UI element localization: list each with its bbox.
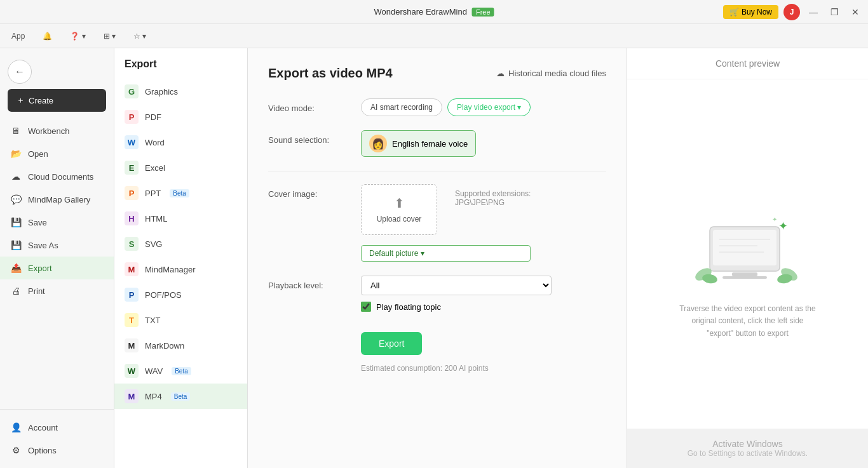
playback-row: Playback level: All Level 1 Level 2 Leve…: [268, 276, 606, 312]
export-item-mp4[interactable]: M MP4 Beta: [114, 384, 247, 409]
svg-rect-2: [732, 272, 757, 276]
sidebar-item-mindmap[interactable]: 💬 MindMap Gallery: [0, 188, 114, 211]
export-item-pdf[interactable]: P PDF: [114, 104, 247, 130]
svg-icon: S: [125, 237, 139, 251]
svg-text:✦: ✦: [778, 220, 788, 232]
floating-topic-row: Play floating topic: [361, 302, 552, 312]
export-format-sidebar: Export G Graphics P PDF W Word E Excel P…: [114, 48, 248, 468]
floating-topic-label: Play floating topic: [376, 302, 441, 312]
export-item-graphics[interactable]: G Graphics: [114, 79, 247, 104]
app-toolbar: App 🔔 ❓ ▾ ⊞ ▾ ☆ ▾: [0, 24, 868, 48]
toolbar-notification[interactable]: 🔔: [39, 29, 56, 43]
sidebar-item-account[interactable]: 👤 Account: [0, 416, 114, 439]
playback-select[interactable]: All Level 1 Level 2 Level 3: [361, 276, 552, 295]
svg-rect-3: [722, 276, 767, 279]
html-icon: H: [125, 211, 139, 225]
mp4-beta-badge: Beta: [171, 392, 191, 401]
default-picture-btn[interactable]: Default picture ▾: [361, 245, 531, 262]
export-item-pof[interactable]: P POF/POS: [114, 282, 247, 307]
activate-title: Activate Windows: [637, 439, 858, 449]
sidebar-item-save[interactable]: 💾 Save: [0, 211, 114, 234]
sidebar-item-export[interactable]: 📤 Export: [0, 257, 114, 279]
wav-label: WAV: [145, 366, 163, 376]
excel-icon: E: [125, 161, 139, 175]
section-divider: [268, 171, 606, 171]
export-item-excel[interactable]: E Excel: [114, 155, 247, 180]
voice-chip[interactable]: 👩 English female voice: [361, 130, 476, 157]
buy-now-button[interactable]: 🛒 Buy Now: [723, 5, 778, 19]
cover-label: Cover image:: [268, 184, 351, 199]
markdown-label: MarkDown: [145, 341, 184, 351]
sidebar-item-saveas[interactable]: 💾 Save As: [0, 234, 114, 257]
ai-smart-recording-btn[interactable]: AI smart recording: [361, 98, 442, 116]
export-item-html[interactable]: H HTML: [114, 206, 247, 231]
export-item-ppt[interactable]: P PPT Beta: [114, 180, 247, 206]
mindmap-icon: 💬: [10, 194, 22, 205]
sidebar-item-cloud[interactable]: ☁ Cloud Documents: [0, 165, 114, 188]
page-title: Export as video MP4: [268, 66, 393, 81]
cloud-link-icon: ☁: [496, 69, 505, 78]
minimize-button[interactable]: —: [805, 0, 822, 24]
sidebar-item-print[interactable]: 🖨 Print: [0, 279, 114, 302]
workbench-icon: 🖥: [10, 125, 22, 137]
toolbar-app[interactable]: App: [8, 29, 29, 43]
floating-topic-checkbox[interactable]: [361, 302, 371, 312]
export-item-mindmanager[interactable]: M MindManager: [114, 257, 247, 282]
main-content: Export as video MP4 ☁ Historical media c…: [248, 48, 627, 468]
pdf-label: PDF: [145, 112, 161, 122]
app-name: Wondershare EdrawMind: [374, 7, 466, 17]
main-layout: ← ＋ Create 🖥 Workbench 📂 Open ☁ Cloud Do…: [0, 48, 868, 468]
word-label: Word: [145, 138, 165, 147]
mindmap-label: MindMap Gallery: [28, 195, 90, 204]
play-video-export-btn[interactable]: Play video export ▾: [447, 98, 531, 116]
options-label: Options: [28, 446, 57, 455]
sidebar-item-workbench[interactable]: 🖥 Workbench: [0, 119, 114, 142]
buy-now-label: Buy Now: [742, 8, 772, 17]
export-nav-label: Export: [28, 264, 52, 273]
export-item-markdown[interactable]: M MarkDown: [114, 333, 247, 358]
preview-illustration: ✦ ✦: [691, 208, 805, 290]
preview-body: ✦ ✦ Traverse the video export content as…: [627, 79, 868, 468]
toolbar-grid[interactable]: ⊞ ▾: [100, 29, 119, 43]
sound-label: Sound selection:: [268, 130, 351, 145]
export-item-svg[interactable]: S SVG: [114, 231, 247, 257]
cloud-label: Cloud Documents: [28, 172, 93, 182]
avatar[interactable]: J: [783, 4, 800, 20]
export-item-wav[interactable]: W WAV Beta: [114, 358, 247, 384]
plus-icon: ＋: [17, 95, 25, 106]
excel-label: Excel: [145, 163, 165, 173]
export-item-word[interactable]: W Word: [114, 130, 247, 155]
mp4-label: MP4: [145, 392, 162, 401]
txt-icon: T: [125, 313, 139, 327]
mp4-icon: M: [125, 389, 139, 403]
upload-cover-box[interactable]: ⬆ Upload cover: [361, 184, 437, 235]
cover-image-row: Cover image: ⬆ Upload cover Supported ex…: [268, 184, 606, 262]
sidebar-item-open[interactable]: 📂 Open: [0, 142, 114, 165]
voice-name: English female voice: [392, 139, 468, 149]
open-icon: 📂: [10, 148, 22, 159]
default-picture-label: Default picture: [369, 249, 418, 258]
supported-ext-label: Supported extensions: JPG\JPE\PNG: [455, 184, 531, 207]
titlebar-center: Wondershare EdrawMind Free: [374, 7, 494, 17]
create-button[interactable]: ＋ Create: [8, 89, 106, 112]
saveas-icon: 💾: [10, 239, 22, 251]
close-button[interactable]: ✕: [848, 0, 863, 24]
cart-icon: 🛒: [729, 8, 739, 17]
account-icon: 👤: [10, 422, 22, 433]
toolbar-help[interactable]: ❓ ▾: [66, 29, 89, 43]
cloud-link[interactable]: ☁ Historical media cloud files: [496, 69, 606, 78]
export-button[interactable]: Export: [361, 332, 422, 355]
ai-points-note: Estimated consumption: 200 AI points: [361, 364, 606, 373]
maximize-button[interactable]: ❐: [827, 0, 843, 24]
toolbar-star[interactable]: ☆ ▾: [130, 29, 150, 43]
workbench-label: Workbench: [28, 126, 70, 136]
account-label: Account: [28, 423, 58, 432]
sidebar-item-options[interactable]: ⚙ Options: [0, 439, 114, 462]
back-button[interactable]: ←: [8, 60, 32, 84]
play-video-label: Play video export: [457, 103, 515, 112]
markdown-icon: M: [125, 338, 139, 352]
page-header: Export as video MP4 ☁ Historical media c…: [268, 66, 606, 81]
export-item-txt[interactable]: T TXT: [114, 307, 247, 333]
pof-label: POF/POS: [145, 290, 182, 300]
left-sidebar: ← ＋ Create 🖥 Workbench 📂 Open ☁ Cloud Do…: [0, 48, 114, 468]
